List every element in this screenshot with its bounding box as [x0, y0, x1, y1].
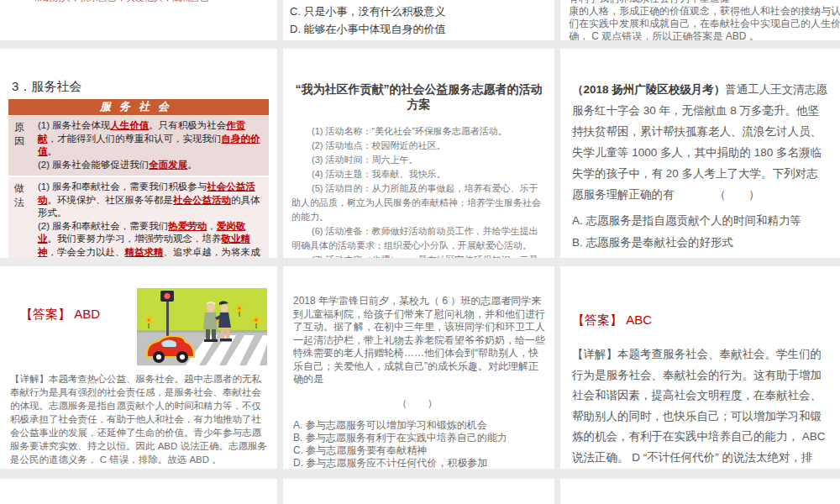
method-para-2: (2) 服务和奉献社会，需要我们热爱劳动，爱岗敬业。我们要努力学习，增强劳动观念…	[38, 220, 262, 259]
serve-society-banner: 服务社会	[8, 99, 269, 115]
serve-society-table: 原因 (1) 服务社会体现人生价值。只有积极为社会作贡献，才能得到人们的尊重和认…	[8, 116, 269, 258]
answer-line: 【答案】 ABC	[572, 312, 652, 328]
question-options: A. 参与志愿服务可以增加学习和锻炼的机会 B. 参与志愿服务有利于在实践中培养…	[283, 411, 554, 470]
option-d: D. 能够在小事中体现自身的价值	[290, 20, 554, 38]
plan-item: (4) 活动主题：我奉献、我快乐。	[291, 167, 546, 181]
slide-card-question-leifeng[interactable]: 2018 年学雷锋日前夕，某校九（ 6 ）班的志愿者同学来到儿童福利院，给孩子们…	[283, 266, 554, 469]
slide-card-top-right[interactable]: 有利于我们养成亲社会行为，塑造健 康的人格，形成正确的价值观念，获得他人和社会的…	[560, 0, 840, 40]
answer-line: 【答案】 ABD	[20, 307, 100, 323]
activity-plan-list: (1) 活动名称：“美化社会”环保服务志愿者活动。 (2) 活动地点：校园附近的…	[283, 124, 554, 258]
table-row-method: 做法 (1) 服务和奉献社会，需要我们积极参与社会公益活动。环境保护、社区服务等…	[8, 177, 269, 258]
option-c: C. 只是小事，没有什么积极意义	[290, 3, 554, 20]
reason-para-2: (2) 服务社会能够促进我们全面发展。	[38, 159, 262, 172]
question-text: （2018 扬州广陵区校级月考）普通工人王文清志愿服务红十字会 30 年，无偿献…	[560, 49, 840, 205]
answer-bracket: （ ）	[283, 386, 554, 411]
row-label-method: 做法	[8, 177, 34, 258]
answer-bracket: （ ）	[715, 188, 760, 201]
answer-explanation: 【详解】本题考查服务社会、奉献社会。学生们的行为是服务社会、奉献社会的行为。这有…	[572, 344, 832, 469]
slide-card-activity-plan[interactable]: “我为社区作贡献”的社会公益服务志愿者的活动方案 (1) 活动名称：“美化社会”…	[283, 49, 554, 258]
slide-card-top-left[interactable]: 帮助别人，快乐自己；关爱他人，成就自己	[0, 0, 277, 40]
clipped-red-text-line: 帮助别人，快乐自己；关爱他人，成就自己	[34, 0, 209, 4]
plan-item: (5) 活动目的：从力所能及的事做起，培养有爱心、乐于助人的品质，树立为人民服务…	[291, 181, 546, 224]
answer-label: 【答案】	[20, 307, 71, 321]
slide-card-bottom-left[interactable]	[0, 479, 277, 504]
slide-card-serve-society-notes[interactable]: 3．服务社会 服务社会 原因 (1) 服务社会体现人生价值。只有积极为社会作贡献…	[0, 49, 277, 258]
option-c: C. 参与志愿服务要有奉献精神	[293, 444, 546, 457]
plan-item: (6) 活动准备：教师做好活动前动员工作，并给学生提出明确具体的活动要求；组织爱…	[291, 224, 546, 253]
crossing-street-illustration	[137, 288, 267, 365]
plan-item: (1) 活动名称：“美化社会”环保服务志愿者活动。	[291, 124, 546, 139]
answer-explanation: 【详解】本题考查热心公益、服务社会。题中志愿者的无私奉献行为是具有强烈的社会责任…	[10, 372, 270, 466]
option-a: A. 志愿服务是指自愿贡献个人的时间和精力等	[572, 210, 828, 232]
option-c: C. 志愿服务是公民的法定义务	[572, 254, 828, 258]
document-page-grid: 帮助别人，快乐自己；关爱他人，成就自己 C. 只是小事，没有什么积极意义 D. …	[0, 0, 840, 504]
row-label-reason: 原因	[8, 116, 34, 176]
slide-card-bottom-right[interactable]	[560, 479, 840, 504]
slide-card-bottom-middle[interactable]	[283, 479, 554, 504]
question-source: （2018 扬州广陵区校级月考）	[572, 83, 725, 96]
question-text: 2018 年学雷锋日前夕，某校九（ 6 ）班的志愿者同学来到儿童福利院，给孩子们…	[283, 266, 554, 386]
activity-plan-title: “我为社区作贡献”的社会公益服务志愿者的活动方案	[290, 82, 548, 113]
slide-card-top-middle[interactable]: C. 只是小事，没有什么积极意义 D. 能够在小事中体现自身的价值	[283, 0, 554, 40]
method-para-1: (1) 服务和奉献社会，需要我们积极参与社会公益活动。环境保护、社区服务等都是社…	[38, 181, 262, 220]
plan-item: (3) 活动时间：周六上午。	[291, 153, 546, 167]
table-row-reason: 原因 (1) 服务社会体现人生价值。只有积极为社会作贡献，才能得到人们的尊重和认…	[8, 116, 269, 176]
answer-label: 【答案】	[572, 312, 622, 327]
plan-item: (7) 活动内容（步骤）：一是在社区宣传环保知识。二是开展“你扔我收，变废为宝”…	[291, 253, 546, 258]
answer-value: ABC	[626, 312, 652, 327]
option-b: B. 参与志愿服务有利于在实践中培养自己的能力	[293, 432, 546, 444]
slide-card-answer-abd[interactable]: 【答案】 ABD	[0, 266, 277, 469]
answer-value: ABD	[74, 307, 100, 321]
slide-card-answer-abc[interactable]: 【答案】 ABC 【详解】本题考查服务社会、奉献社会。学生们的行为是服务社会、奉…	[560, 266, 840, 469]
option-a: A. 参与志愿服务可以增加学习和锻炼的机会	[293, 419, 546, 432]
option-b: B. 志愿服务是奉献社会的好形式	[572, 232, 828, 254]
section-heading: 3．服务社会	[12, 79, 81, 95]
slide-card-question-2018[interactable]: （2018 扬州广陵区校级月考）普通工人王文清志愿服务红十字会 30 年，无偿献…	[560, 49, 840, 258]
option-d: D. 参与志愿服务应不计任何代价，积极参加	[293, 457, 546, 470]
answer-explanation-tail: 有利于我们养成亲社会行为，塑造健 康的人格，形成正确的价值观念，获得他人和社会的…	[569, 0, 835, 40]
plan-item: (2) 活动地点：校园附近的社区。	[291, 139, 546, 153]
reason-para-1: (1) 服务社会体现人生价值。只有积极为社会作贡献，才能得到人们的尊重和认可，实…	[38, 119, 262, 159]
question-options: A. 志愿服务是指自愿贡献个人的时间和精力等 B. 志愿服务是奉献社会的好形式 …	[560, 205, 840, 258]
